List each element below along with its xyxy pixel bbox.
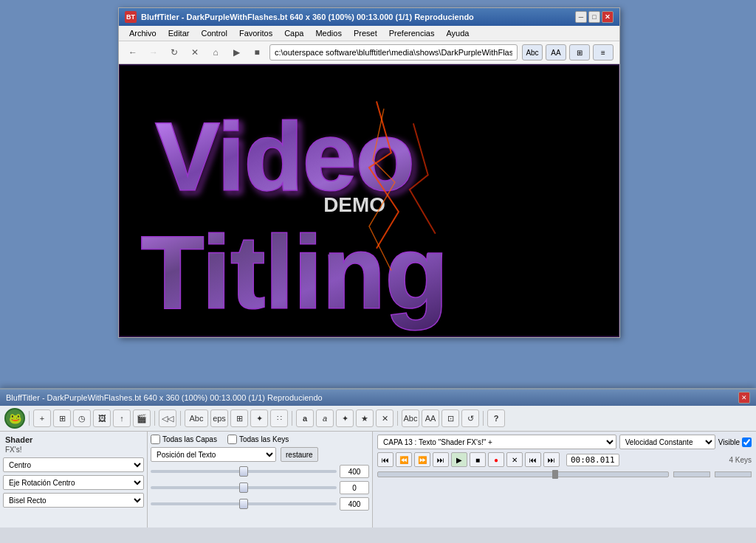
sep4 xyxy=(292,411,292,426)
menu-capa[interactable]: Capa xyxy=(280,27,308,39)
slider1-track[interactable] xyxy=(151,470,337,473)
capa-dropdown[interactable]: CAPA 13 : Texto "Shader FX's!" + xyxy=(377,435,616,449)
abc-btn2[interactable]: Abc xyxy=(185,409,208,427)
italic-a-btn[interactable]: a xyxy=(316,409,334,427)
app-icon: BT xyxy=(125,11,137,23)
slider1-thumb[interactable] xyxy=(239,466,248,477)
close-button[interactable]: ✕ xyxy=(602,11,614,23)
back-button[interactable]: ← xyxy=(125,44,141,60)
dropdown-row3: Bisel Recto xyxy=(3,493,144,508)
menu-medios[interactable]: Medios xyxy=(311,27,346,39)
dropdown-row2: Eje Rotación Centro xyxy=(3,475,144,490)
keys-label: 4 Keys xyxy=(729,456,752,464)
restore-button[interactable]: restaure xyxy=(281,447,318,462)
minimize-button[interactable]: ─ xyxy=(575,11,587,23)
address-bar[interactable] xyxy=(269,44,518,60)
svg-text:Titling: Titling xyxy=(141,215,448,330)
menu-ayuda[interactable]: Ayuda xyxy=(441,27,473,39)
all-layers-checkbox[interactable] xyxy=(151,435,160,444)
layers-btn[interactable]: ⊞ xyxy=(53,409,71,427)
browser-title: BluffTitler - DarkPurpleWithFlashes.bt 6… xyxy=(141,13,474,21)
refresh-button[interactable]: ↻ xyxy=(166,44,182,60)
transport-stop[interactable]: ■ xyxy=(470,452,486,467)
layer-sublabel: FX's! xyxy=(3,445,144,454)
sep6 xyxy=(483,411,484,426)
slider3-track[interactable] xyxy=(151,502,337,505)
icon-button[interactable]: ⊞ xyxy=(569,44,590,60)
stop-media-button[interactable]: ■ xyxy=(249,44,265,60)
film-btn[interactable]: 🎬 xyxy=(133,409,151,427)
transport-forward[interactable]: ⏭ xyxy=(543,452,560,467)
help-btn[interactable]: ? xyxy=(487,409,505,427)
menu-favoritos[interactable]: Favoritos xyxy=(235,27,277,39)
forward-button[interactable]: → xyxy=(145,44,162,60)
visible-checkbox[interactable] xyxy=(742,437,752,447)
star-btn[interactable]: ★ xyxy=(356,409,374,427)
transport-delete[interactable]: ✕ xyxy=(506,452,523,467)
slider3-value[interactable] xyxy=(340,497,369,511)
clock-btn[interactable]: ◷ xyxy=(73,409,91,427)
add-btn[interactable]: + xyxy=(33,409,51,427)
browser-toolbar: ← → ↻ ✕ ⌂ ▶ ■ Abc AA ⊞ ≡ xyxy=(119,41,619,64)
transport-play[interactable]: ▶ xyxy=(451,452,467,467)
fx-btn[interactable]: ✦ xyxy=(336,409,354,427)
transport-record[interactable]: ● xyxy=(488,452,504,467)
transport-next-frame[interactable]: ⏩ xyxy=(414,452,430,467)
menu-editar[interactable]: Editar xyxy=(164,27,194,39)
aa-button[interactable]: AA xyxy=(546,44,566,60)
browser-titlebar: BT BluffTitler - DarkPurpleWithFlashes.b… xyxy=(119,8,619,26)
middle-row2: Posición del Texto restaure xyxy=(151,447,369,462)
transport-back[interactable]: ⏮ xyxy=(525,452,541,467)
eje-dropdown[interactable]: Eje Rotación Centro xyxy=(3,475,144,490)
slider1-value[interactable] xyxy=(340,465,369,478)
play-button[interactable]: ▶ xyxy=(228,44,244,60)
timeline-marker[interactable] xyxy=(552,470,558,479)
grid-btn[interactable]: ⊞ xyxy=(230,409,248,427)
toolbar-right: Abc AA ⊞ ≡ xyxy=(522,44,614,60)
bold-a-btn[interactable]: a xyxy=(296,409,314,427)
all-layers-label: Todas las Capas xyxy=(151,435,217,444)
slider-row3 xyxy=(151,497,369,511)
transport-rewind[interactable]: ⏮ xyxy=(377,452,394,467)
stop-button[interactable]: ✕ xyxy=(187,44,203,60)
slider-row2 xyxy=(151,481,369,494)
sep5 xyxy=(397,411,398,426)
refresh-btn[interactable]: ↺ xyxy=(461,409,479,427)
bisel-dropdown[interactable]: Bisel Recto xyxy=(3,493,144,508)
timeline-sub-bar2 xyxy=(715,471,752,477)
abc-button[interactable]: Abc xyxy=(522,44,543,60)
square-btn[interactable]: ⊡ xyxy=(441,409,459,427)
slider2-value[interactable] xyxy=(340,481,369,494)
menu-preset[interactable]: Preset xyxy=(349,27,382,39)
layer-name: Shader xyxy=(3,435,144,445)
aa-btn2[interactable]: AA xyxy=(422,409,439,427)
centro-dropdown[interactable]: Centro xyxy=(3,457,144,472)
x-btn[interactable]: ✕ xyxy=(376,409,394,427)
slider3-thumb[interactable] xyxy=(239,499,248,509)
transport-row1: CAPA 13 : Texto "Shader FX's!" + Velocid… xyxy=(377,435,752,449)
slider2-thumb[interactable] xyxy=(239,483,248,493)
up-arrow-btn[interactable]: ↑ xyxy=(113,409,131,427)
home-button[interactable]: ⌂ xyxy=(207,44,224,60)
timeline-bar[interactable] xyxy=(377,471,669,477)
menu-bar: Archivo Editar Control Favoritos Capa Me… xyxy=(119,26,619,41)
prev-key-btn[interactable]: ◁◁ xyxy=(159,409,176,427)
maximize-button[interactable]: □ xyxy=(588,11,600,23)
menu-control[interactable]: Control xyxy=(196,27,231,39)
all-keys-checkbox[interactable] xyxy=(227,435,237,444)
menu-preferencias[interactable]: Preferencias xyxy=(385,27,439,39)
cursor-btn[interactable]: ✦ xyxy=(250,409,268,427)
menu-archivo[interactable]: Archivo xyxy=(125,27,161,39)
bottom-close-button[interactable]: ✕ xyxy=(738,392,750,404)
velocity-dropdown[interactable]: Velocidad Constante xyxy=(619,435,715,449)
transport-end[interactable]: ⏭ xyxy=(433,452,449,467)
eps-btn[interactable]: eps xyxy=(210,409,228,427)
dots-btn[interactable]: ∷ xyxy=(270,409,288,427)
transport-prev[interactable]: ⏪ xyxy=(396,452,412,467)
menu-icon-button[interactable]: ≡ xyxy=(593,44,614,60)
sep2 xyxy=(154,411,155,426)
abc-btn3[interactable]: Abc xyxy=(402,409,419,427)
position-dropdown[interactable]: Posición del Texto xyxy=(151,447,276,462)
image-btn[interactable]: 🖼 xyxy=(93,409,111,427)
slider2-track[interactable] xyxy=(151,486,337,489)
